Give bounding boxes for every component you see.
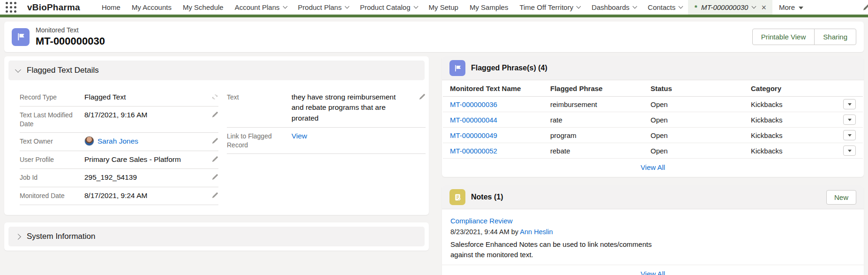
header-actions: Printable View Sharing [752, 29, 856, 45]
nav-item-product-catalog[interactable]: Product Catalog [354, 0, 423, 15]
edit-pencil-icon[interactable] [419, 92, 426, 102]
nav-item-label: Home [102, 3, 120, 11]
column-header: Monitored Text Name [450, 84, 550, 92]
note-body-text: Salesforce Enhanced Notes can be used to… [450, 239, 665, 260]
monitored-text-link[interactable]: MT-000000049 [450, 131, 497, 139]
edit-pencil-icon[interactable] [211, 154, 218, 165]
nav-more-menu[interactable]: More [772, 0, 810, 15]
nav-item-account-plans[interactable]: Account Plans [229, 0, 292, 15]
field-label: Link to Flagged Record [227, 131, 292, 150]
chevron-down-icon[interactable] [752, 4, 756, 9]
cell-flagged-phrase: rate [550, 116, 651, 124]
note-title-link[interactable]: Compliance Review [450, 217, 513, 225]
cell-category: Kickbacks [751, 100, 834, 108]
field-value: they have strong reimbursement and rebat… [292, 92, 404, 123]
flagged-phrases-card: Flagged Phrase(s) (4) Monitored Text Nam… [442, 56, 864, 177]
field-row-text-owner: Text Owner Sarah Jones [20, 133, 218, 151]
close-tab-icon[interactable]: × [761, 3, 766, 12]
field-value: 8/17/2021, 9:24 AM [84, 191, 147, 201]
flagged-text-details-card: Flagged Text Details Record Type Flagged… [4, 56, 429, 215]
active-tab-label: MT-000000030 [701, 3, 748, 11]
row-actions-dropdown[interactable] [843, 145, 856, 156]
view-all-link[interactable]: View All [641, 270, 665, 275]
nav-item-home[interactable]: Home [96, 0, 126, 15]
edit-pencil-icon[interactable] [211, 110, 218, 120]
nav-item-my-setup[interactable]: My Setup [423, 0, 464, 15]
global-nav: vBioPharma Home My Accounts My Schedule … [0, 0, 868, 15]
cell-flagged-phrase: program [550, 131, 651, 139]
cell-category: Kickbacks [751, 116, 834, 124]
table-row: MT-000000044 rate Open Kickbacks [443, 112, 863, 128]
section-system-information[interactable]: System Information [8, 227, 425, 246]
row-actions-dropdown[interactable] [843, 130, 856, 140]
row-actions-dropdown[interactable] [843, 115, 856, 125]
nav-item-label: Product Catalog [360, 3, 411, 11]
flagged-phrases-table: Monitored Text Name Flagged Phrase Statu… [442, 80, 864, 159]
edit-pencil-icon[interactable] [862, 3, 868, 11]
chevron-down-icon [576, 4, 581, 9]
flagged-phrase-flag-icon [449, 60, 465, 76]
monitored-text-link[interactable]: MT-000000044 [450, 116, 497, 124]
caret-down-icon [848, 103, 852, 106]
app-launcher-icon[interactable] [6, 1, 19, 14]
related-list-count: (1) [494, 193, 503, 201]
section-flagged-text-details[interactable]: Flagged Text Details [8, 61, 425, 80]
field-row-job-id: Job Id 295_192_54139 [20, 169, 218, 187]
nav-item-my-accounts[interactable]: My Accounts [126, 0, 177, 15]
table-header-row: Monitored Text Name Flagged Phrase Statu… [443, 80, 863, 97]
chevron-down-icon [413, 4, 418, 9]
text-owner-link[interactable]: Sarah Jones [97, 137, 138, 145]
table-row: MT-000000049 program Open Kickbacks [443, 128, 863, 143]
detail-field-grid: Record Type Flagged Text Text Last Modif… [8, 80, 425, 211]
field-value: View [292, 131, 307, 141]
view-flagged-record-link[interactable]: View [292, 132, 307, 140]
note-author-link[interactable]: Ann Heslin [520, 228, 553, 236]
nav-item-label: Account Plans [235, 3, 280, 11]
field-row-record-type: Record Type Flagged Text [20, 89, 218, 107]
flagged-phrases-header: Flagged Phrase(s) (4) [442, 56, 864, 80]
chevron-down-icon [283, 4, 287, 9]
cell-category: Kickbacks [751, 131, 834, 139]
related-list-count: (4) [538, 64, 547, 72]
field-value: 295_192_54139 [84, 172, 137, 183]
cell-status: Open [651, 100, 751, 108]
nav-item-label: Product Plans [298, 3, 342, 11]
caret-down-icon [848, 150, 852, 152]
field-label: Text Owner [20, 136, 84, 146]
sharing-button[interactable]: Sharing [814, 29, 856, 45]
nav-item-contacts[interactable]: Contacts [642, 0, 688, 15]
nav-item-my-schedule[interactable]: My Schedule [177, 0, 229, 15]
note-item: Compliance Review 8/23/2021, 9:44 AM by … [442, 209, 864, 265]
edit-pencil-icon[interactable] [211, 136, 218, 146]
change-record-type-icon[interactable] [211, 92, 218, 102]
row-actions-dropdown[interactable] [843, 99, 856, 109]
nav-item-my-samples[interactable]: My Samples [464, 0, 514, 15]
monitored-text-flag-icon [12, 28, 30, 46]
view-all-link[interactable]: View All [641, 163, 665, 171]
field-label: Text Last Modified Date [20, 110, 84, 129]
edit-pencil-icon[interactable] [211, 172, 218, 183]
edit-pencil-icon[interactable] [211, 191, 218, 201]
notes-footer: View All [442, 265, 864, 275]
note-timestamp: 8/23/2021, 9:44 AM by [450, 228, 520, 236]
column-header: Status [651, 84, 751, 92]
chevron-down-icon [344, 4, 349, 9]
field-row-user-profile: User Profile Primary Care Sales - Platfo… [20, 151, 218, 169]
caret-down-icon [799, 7, 803, 9]
nav-item-time-off-territory[interactable]: Time Off Territory [514, 0, 586, 15]
notes-card: Notes (1) New Compliance Review 8/23/202… [442, 185, 864, 275]
printable-view-button[interactable]: Printable View [752, 29, 815, 45]
nav-item-dashboards[interactable]: Dashboards [586, 0, 642, 15]
new-note-button[interactable]: New [826, 190, 856, 205]
monitored-text-link[interactable]: MT-000000036 [450, 100, 497, 108]
nav-item-product-plans[interactable]: Product Plans [292, 0, 354, 15]
app-brand: vBioPharma [27, 2, 80, 13]
monitored-text-link[interactable]: MT-000000052 [450, 147, 497, 155]
section-title: Flagged Text Details [27, 66, 99, 75]
chevron-down-icon [679, 4, 683, 9]
chevron-down-icon [633, 4, 637, 9]
nav-item-label: My Samples [470, 3, 509, 11]
nav-tab-active-record[interactable]: * MT-000000030 × [688, 0, 772, 15]
nav-item-label: My Accounts [132, 3, 172, 11]
table-row: MT-000000052 rebate Open Kickbacks [443, 143, 863, 159]
